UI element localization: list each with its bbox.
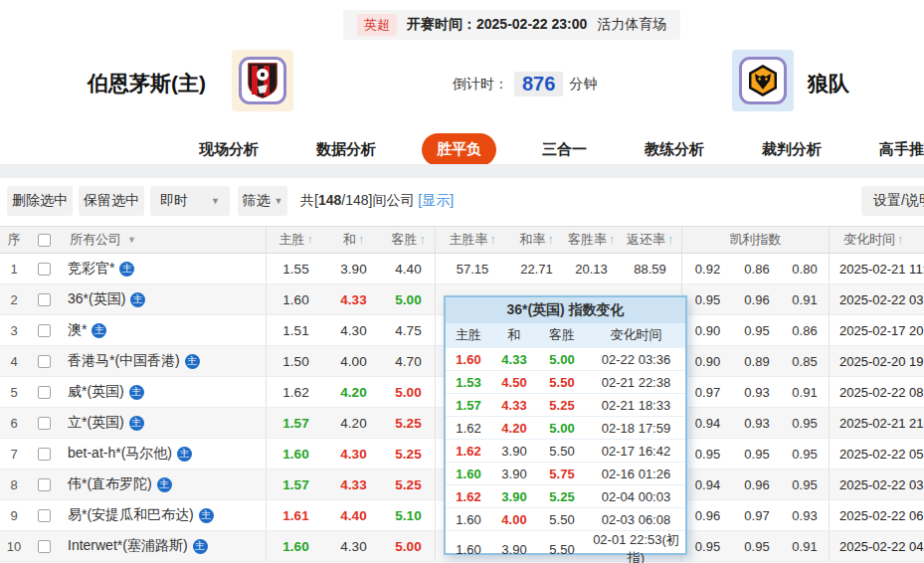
- header-home-rate[interactable]: 主胜率↑: [435, 227, 509, 253]
- live-odds-dropdown[interactable]: 即时 ▼: [150, 186, 230, 216]
- odds-cell[interactable]: 3.90: [325, 254, 382, 283]
- header-draw-rate[interactable]: 和率↑: [509, 227, 564, 253]
- odds-cell[interactable]: 1.62: [266, 377, 325, 407]
- row-checkbox[interactable]: [38, 355, 51, 368]
- odds-cell[interactable]: 4.00: [325, 346, 382, 376]
- odds-cell[interactable]: 4.20: [325, 377, 382, 407]
- countdown-unit: 分钟: [569, 76, 597, 94]
- odds-cell[interactable]: 5.00: [382, 377, 435, 407]
- odds-cell[interactable]: 4.33: [325, 469, 382, 499]
- odds-cell[interactable]: 4.40: [325, 500, 382, 530]
- header-draw-odds[interactable]: 和↑: [325, 227, 382, 253]
- company-cell: 澳*主: [60, 315, 266, 345]
- odds-cell[interactable]: 1.60: [266, 284, 325, 314]
- odds-cell[interactable]: 5.25: [382, 408, 435, 438]
- kelly-cell: 0.95: [681, 439, 733, 469]
- odds-cell[interactable]: 5.00: [382, 531, 435, 561]
- odds-cell[interactable]: 1.60: [266, 439, 325, 469]
- odds-cell[interactable]: 5.25: [382, 469, 435, 499]
- popup-odds-value: 1.60: [446, 467, 491, 481]
- row-checkbox[interactable]: [38, 509, 51, 522]
- league-badge: 英超: [357, 14, 397, 36]
- company-name[interactable]: 香港马*(中国香港): [68, 352, 180, 370]
- header-change-time[interactable]: 变化时间↑: [829, 227, 924, 253]
- row-checkbox[interactable]: [38, 293, 51, 306]
- sort-up-icon: ↑: [307, 233, 313, 247]
- company-name[interactable]: 伟*(直布罗陀): [68, 475, 152, 493]
- host-badge-icon: 主: [157, 477, 172, 492]
- header-company[interactable]: 所有公司▼: [60, 227, 266, 253]
- popup-odds-value: 5.50: [537, 444, 587, 459]
- odds-cell[interactable]: 1.61: [266, 500, 325, 530]
- popup-odds-value: 4.33: [491, 352, 537, 367]
- live-odds-dropdown-label: 即时: [160, 192, 188, 210]
- odds-cell[interactable]: 4.20: [325, 408, 382, 438]
- odds-cell[interactable]: 4.30: [325, 315, 382, 345]
- company-cell: 香港马*(中国香港)主: [60, 346, 266, 376]
- company-name[interactable]: 立*(英国): [68, 414, 124, 432]
- row-checkbox[interactable]: [38, 386, 51, 399]
- keep-selected-button[interactable]: 保留选中: [79, 186, 144, 216]
- odds-cell[interactable]: 1.55: [266, 254, 325, 283]
- company-count-number: 148: [318, 192, 341, 208]
- select-all-checkbox[interactable]: [38, 234, 51, 247]
- kelly-cell: 0.90: [681, 346, 733, 376]
- row-checkbox[interactable]: [38, 540, 51, 553]
- odds-cell[interactable]: 1.51: [266, 315, 325, 345]
- company-name[interactable]: Interwet*(塞浦路斯): [68, 537, 188, 555]
- odds-cell[interactable]: 4.70: [382, 346, 435, 376]
- header-return-rate[interactable]: 返还率↑: [619, 227, 681, 253]
- row-checkbox[interactable]: [38, 324, 51, 337]
- company-name[interactable]: 36*(英国): [68, 290, 125, 308]
- tab-item[interactable]: 裁判分析: [750, 133, 833, 166]
- company-name[interactable]: 竞彩官*: [68, 260, 114, 278]
- change-time-cell: 2025-02-21 21:26: [829, 408, 924, 438]
- kelly-cell: 0.86: [733, 254, 781, 283]
- row-index: 4: [0, 346, 28, 376]
- countdown-value: 876: [514, 72, 563, 96]
- tab-item[interactable]: 教练分析: [633, 133, 716, 166]
- company-name[interactable]: 威*(英国): [68, 383, 124, 401]
- show-link[interactable]: [显示]: [418, 192, 454, 208]
- odds-cell[interactable]: 1.60: [266, 531, 325, 561]
- change-time-cell: 2025-02-22 03:36: [829, 284, 924, 314]
- popup-odds-value: 5.50: [537, 375, 587, 390]
- tab-item[interactable]: 数据分析: [304, 133, 388, 166]
- odds-cell[interactable]: 5.00: [382, 284, 435, 314]
- company-cell: 立*(英国)主: [60, 408, 266, 438]
- odds-cell[interactable]: 4.30: [325, 439, 382, 469]
- odds-cell[interactable]: 1.57: [266, 469, 325, 499]
- header-home-odds[interactable]: 主胜↑: [266, 227, 325, 253]
- tab-active[interactable]: 胜平负: [422, 133, 496, 166]
- odds-cell[interactable]: 4.40: [382, 254, 435, 283]
- filter-dropdown[interactable]: 筛选 ▼: [238, 186, 287, 216]
- odds-cell[interactable]: 4.33: [325, 284, 382, 314]
- odds-cell[interactable]: 4.30: [325, 531, 382, 561]
- odds-cell[interactable]: 1.50: [266, 346, 325, 376]
- odds-cell[interactable]: 4.75: [382, 315, 435, 345]
- host-badge-icon: 主: [129, 385, 144, 400]
- company-name[interactable]: 澳*: [68, 321, 87, 339]
- row-checkbox[interactable]: [38, 263, 51, 276]
- popup-odds-value: 4.00: [491, 512, 537, 527]
- odds-cell[interactable]: 1.57: [266, 408, 325, 438]
- wolves-crest-icon: [746, 64, 780, 97]
- delete-selected-button[interactable]: 删除选中: [7, 186, 73, 216]
- header-away-rate[interactable]: 客胜率↑: [564, 227, 619, 253]
- row-checkbox[interactable]: [38, 478, 51, 491]
- tab-item[interactable]: 现场分析: [187, 133, 271, 166]
- row-checkbox[interactable]: [38, 417, 51, 430]
- away-crest-frame: [739, 57, 787, 104]
- settings-button[interactable]: 设置/说明: [861, 186, 924, 216]
- row-checkbox[interactable]: [38, 448, 51, 461]
- popup-odds-value: 1.62: [446, 444, 491, 459]
- tab-item[interactable]: 高手推荐: [867, 133, 924, 166]
- change-time-cell: 2025-02-22 08:18: [829, 377, 924, 407]
- header-away-odds[interactable]: 客胜↑: [382, 227, 435, 253]
- company-name[interactable]: bet-at-h*(马尔他): [68, 445, 172, 463]
- popup-odds-value: 3.90: [491, 542, 537, 557]
- company-name[interactable]: 易*(安提瓜和巴布达): [68, 506, 194, 524]
- odds-cell[interactable]: 5.10: [382, 500, 435, 530]
- tab-item[interactable]: 三合一: [530, 133, 599, 166]
- odds-cell[interactable]: 5.25: [382, 439, 435, 469]
